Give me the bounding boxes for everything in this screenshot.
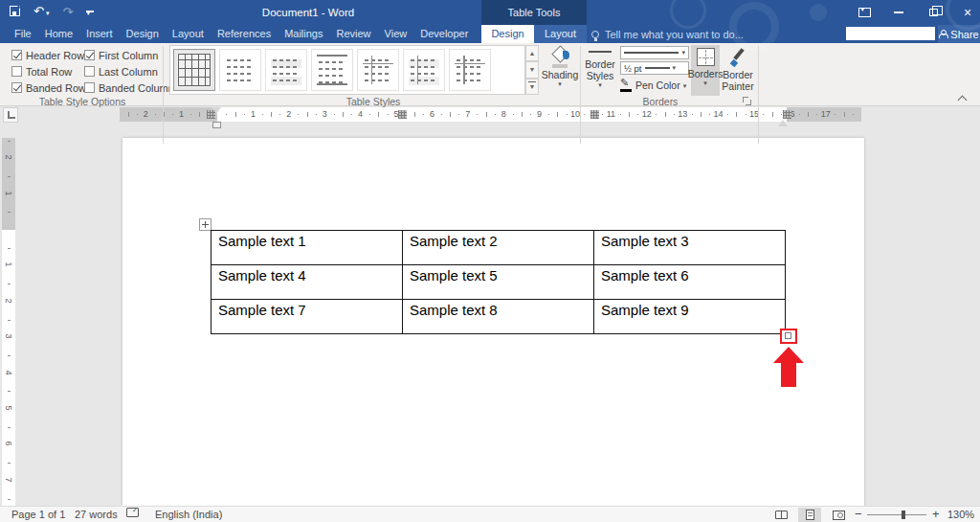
ruler-tick xyxy=(137,114,138,115)
page-indicator[interactable]: Page 1 of 1 xyxy=(11,507,65,522)
tab-insert[interactable]: Insert xyxy=(79,25,120,43)
ruler-number: 6 xyxy=(430,107,434,122)
checkbox-first-column[interactable]: First Column xyxy=(84,47,179,63)
share-button[interactable]: Share xyxy=(938,25,980,43)
gallery-scroll-up-button[interactable]: ▲ xyxy=(525,45,539,61)
document-table: Sample text 1Sample text 2Sample text 3S… xyxy=(211,230,786,334)
ruler-tick xyxy=(665,112,666,117)
table-cell[interactable]: Sample text 9 xyxy=(594,300,786,334)
table-style-thumbnail[interactable] xyxy=(449,49,491,91)
read-mode-button[interactable] xyxy=(769,508,792,522)
pen-color-button[interactable]: Pen Color ▾ xyxy=(620,78,693,93)
checkbox-box[interactable] xyxy=(11,50,22,60)
save-button[interactable] xyxy=(10,0,20,25)
tab-layout[interactable]: Layout xyxy=(166,25,211,43)
zoom-out-button[interactable]: − xyxy=(855,507,862,521)
contextual-tab-design[interactable]: Design xyxy=(481,25,534,43)
tab-file[interactable]: File xyxy=(8,25,38,43)
move-table-column-marker[interactable] xyxy=(590,110,599,119)
customize-qat-button[interactable]: ▾ xyxy=(86,0,90,26)
zoom-slider-track[interactable] xyxy=(867,514,926,515)
border-styles-button[interactable]: Border Styles ▾ xyxy=(582,45,618,96)
restore-button[interactable] xyxy=(926,5,940,20)
table-style-thumbnail[interactable] xyxy=(173,49,215,91)
minimize-button[interactable] xyxy=(892,5,905,20)
ruler-tick xyxy=(567,114,568,115)
table-cell[interactable]: Sample text 4 xyxy=(212,265,403,300)
ruler-tick xyxy=(199,112,200,117)
zoom-slider-thumb[interactable] xyxy=(902,511,905,519)
checkbox-box[interactable] xyxy=(84,50,95,60)
left-indent-marker[interactable] xyxy=(212,122,221,128)
table-cell[interactable]: Sample text 1 xyxy=(212,231,403,265)
ruler-tick xyxy=(513,114,514,115)
table-style-thumbnail[interactable] xyxy=(403,49,445,91)
tab-view[interactable]: View xyxy=(378,25,414,43)
undo-button[interactable]: ↶▾ xyxy=(33,0,49,26)
gallery-more-button[interactable]: ▼ xyxy=(525,79,539,95)
checkbox-banded-columns[interactable]: Banded Columns xyxy=(84,79,179,96)
table-style-thumbnail[interactable] xyxy=(311,49,353,91)
gallery-scroll-down-button[interactable]: ▼ xyxy=(525,61,539,78)
checkbox-header-row[interactable]: Header Row xyxy=(11,47,84,63)
shading-label: Shading xyxy=(542,69,579,80)
undo-dropdown-caret-icon[interactable]: ▾ xyxy=(46,10,50,16)
line-weight-dropdown[interactable]: ½ pt ▾ xyxy=(620,61,689,75)
collapse-ribbon-button[interactable] xyxy=(957,94,969,103)
decorative-circle xyxy=(670,0,706,29)
table-style-thumbnail[interactable] xyxy=(265,49,307,91)
borders-button-label: Borders xyxy=(688,68,724,79)
border-painter-button[interactable]: Border Painter xyxy=(722,45,754,96)
web-layout-button[interactable] xyxy=(827,508,850,522)
tab-references[interactable]: References xyxy=(211,25,278,43)
table-resize-handle[interactable] xyxy=(785,332,791,339)
tab-home[interactable]: Home xyxy=(38,25,79,43)
table-style-thumbnail[interactable] xyxy=(357,49,399,91)
table-cell[interactable]: Sample text 6 xyxy=(594,265,786,300)
table-cell[interactable]: Sample text 7 xyxy=(212,300,403,334)
table-cell[interactable]: Sample text 2 xyxy=(403,231,594,265)
borders-button[interactable]: Borders ▾ xyxy=(691,45,720,96)
ruler-number: 11 xyxy=(607,107,615,122)
table-cell[interactable]: Sample text 5 xyxy=(403,265,594,300)
tab-developer[interactable]: Developer xyxy=(413,25,475,43)
table-cell[interactable]: Sample text 8 xyxy=(403,300,594,334)
checkbox-total-row[interactable]: Total Row xyxy=(11,63,84,79)
move-table-column-marker[interactable] xyxy=(398,110,407,119)
tab-review[interactable]: Review xyxy=(330,25,378,43)
ruler-tick xyxy=(226,114,227,115)
ribbon-display-options-button[interactable] xyxy=(858,5,871,20)
line-style-dropdown[interactable]: ▾ xyxy=(620,46,689,59)
checkbox-box[interactable] xyxy=(84,82,95,93)
checkbox-box[interactable] xyxy=(11,66,22,77)
print-layout-button[interactable] xyxy=(798,508,821,522)
tell-me-box[interactable]: Tell me what you want to do... xyxy=(591,25,744,43)
table-styles-gallery xyxy=(169,45,525,95)
search-input[interactable] xyxy=(846,27,935,40)
shading-button[interactable]: Shading ▾ xyxy=(542,45,578,96)
move-table-column-marker[interactable] xyxy=(207,110,215,119)
checkbox-banded-rows[interactable]: Banded Rows xyxy=(11,79,84,96)
ruler-tick xyxy=(164,112,165,117)
language-indicator[interactable]: English (India) xyxy=(155,507,222,522)
tab-design[interactable]: Design xyxy=(120,25,166,43)
table-cell[interactable]: Sample text 3 xyxy=(594,231,786,265)
zoom-level[interactable]: 130% xyxy=(947,507,974,522)
document-area: 211234567 Sample text 1Sample text 2Samp… xyxy=(0,107,980,506)
borders-dialog-launcher[interactable] xyxy=(743,97,751,105)
tab-mailings[interactable]: Mailings xyxy=(278,25,329,43)
word-count[interactable]: 27 words xyxy=(75,507,118,522)
contextual-tab-layout[interactable]: Layout xyxy=(534,25,587,43)
move-table-column-marker[interactable] xyxy=(783,110,791,119)
document-page[interactable]: Sample text 1Sample text 2Sample text 3S… xyxy=(122,138,864,506)
checkbox-box[interactable] xyxy=(84,66,95,77)
redo-button[interactable]: ↷ xyxy=(62,0,73,25)
checkbox-label: Total Row xyxy=(26,66,72,78)
table-style-thumbnail[interactable] xyxy=(219,49,261,91)
window-title: Document1 - Word xyxy=(212,0,404,25)
table-style-preview xyxy=(409,55,439,85)
close-button[interactable]: × xyxy=(961,5,974,20)
checkbox-last-column[interactable]: Last Column xyxy=(84,63,179,79)
zoom-in-button[interactable]: + xyxy=(932,507,940,521)
checkbox-box[interactable] xyxy=(11,82,22,93)
